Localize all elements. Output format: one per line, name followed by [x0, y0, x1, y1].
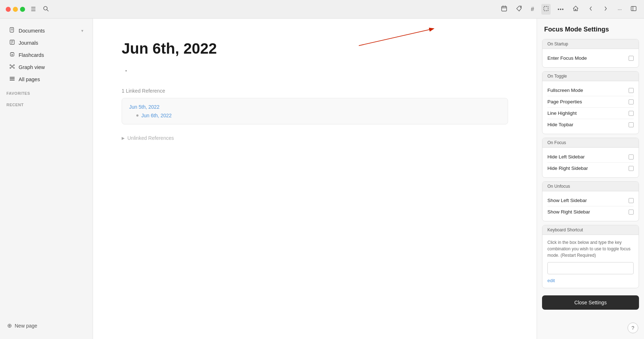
- arrow-annotation: [93, 19, 537, 339]
- fullscreen-mode-checkbox[interactable]: [629, 88, 634, 93]
- new-page-button[interactable]: ⊕ New page: [3, 319, 90, 332]
- home-button[interactable]: [571, 4, 580, 15]
- linked-references-section: 1 Linked Reference Jun 5th, 2022 Jun 6th…: [122, 88, 508, 124]
- line-highlight-row: Line Highlight: [547, 108, 634, 119]
- hide-left-sidebar-label: Hide Left Sidebar: [547, 154, 585, 159]
- search-button[interactable]: [42, 4, 50, 14]
- hide-left-sidebar-row: Hide Left Sidebar: [547, 151, 634, 162]
- line-highlight-label: Line Highlight: [547, 110, 577, 116]
- svg-point-20: [14, 65, 15, 66]
- sidebar-main-section: Documents ▾ Journals: [0, 23, 93, 87]
- on-unfocus-body: Show Left Sidebar Show Right Sidebar: [542, 191, 639, 221]
- on-toggle-group: On Toggle Fullscreen Mode Page Propertie…: [542, 71, 639, 134]
- enter-focus-mode-label: Enter Focus Mode: [547, 55, 587, 61]
- close-settings-button[interactable]: Close Settings: [542, 295, 639, 310]
- line-highlight-checkbox[interactable]: [629, 111, 634, 116]
- content-area: Jun 6th, 2022 • 1 Linked Reference Jun 5…: [93, 19, 537, 339]
- sidebar-item-journals[interactable]: Journals: [3, 37, 90, 49]
- journals-label: Journals: [19, 40, 38, 46]
- sidebar-bottom: ⊕ New page: [0, 316, 93, 335]
- hide-right-sidebar-label: Hide Right Sidebar: [547, 166, 588, 171]
- hide-left-sidebar-checkbox[interactable]: [629, 154, 634, 159]
- fullscreen-mode-label: Fullscreen Mode: [547, 88, 583, 93]
- keyboard-shortcut-edit-link[interactable]: edit: [547, 278, 555, 283]
- enter-focus-mode-row: Enter Focus Mode: [547, 53, 634, 64]
- unlinked-ref-title[interactable]: ▶ Unlinked References: [122, 135, 508, 141]
- sidebar-toggle-button[interactable]: [629, 4, 638, 15]
- keyboard-shortcut-input[interactable]: [547, 262, 634, 274]
- enter-focus-mode-checkbox[interactable]: [629, 56, 634, 61]
- svg-rect-2: [502, 6, 507, 11]
- svg-rect-27: [10, 77, 15, 78]
- hide-topbar-checkbox[interactable]: [629, 122, 634, 127]
- svg-point-6: [520, 6, 521, 8]
- sidebar-item-graph-view[interactable]: Graph view: [3, 61, 90, 73]
- show-left-sidebar-label: Show Left Sidebar: [547, 198, 587, 203]
- on-unfocus-group: On Unfocus Show Left Sidebar Show Right …: [542, 181, 639, 221]
- svg-rect-28: [10, 78, 15, 79]
- back-button[interactable]: [586, 4, 595, 15]
- svg-rect-8: [631, 6, 636, 11]
- settings-panel: Focus Mode Settings On Startup Enter Foc…: [537, 19, 644, 339]
- minimize-window-button[interactable]: [13, 7, 18, 12]
- unlinked-ref-label: Unlinked References: [127, 135, 174, 141]
- menu-toggle-button[interactable]: ☰: [29, 4, 37, 14]
- show-left-sidebar-checkbox[interactable]: [629, 198, 634, 203]
- svg-point-18: [11, 66, 13, 67]
- page-title: Jun 6th, 2022: [122, 40, 508, 57]
- titlebar: ☰ #: [0, 0, 644, 19]
- sidebar-item-all-pages[interactable]: All pages: [3, 73, 90, 85]
- hide-right-sidebar-checkbox[interactable]: [629, 166, 634, 171]
- svg-point-17: [12, 54, 13, 55]
- help-button[interactable]: ?: [628, 323, 638, 333]
- sidebar-item-documents[interactable]: Documents ▾: [3, 25, 90, 36]
- svg-point-19: [10, 65, 11, 66]
- hash-icon-button[interactable]: #: [530, 5, 536, 14]
- hide-topbar-row: Hide Topbar: [547, 119, 634, 130]
- keyboard-shortcut-group: Keyboard Shortcut Click in the box below…: [542, 225, 639, 288]
- flashcards-label: Flashcards: [19, 52, 44, 58]
- titlebar-right: # ••• ···: [499, 4, 638, 15]
- svg-line-26: [13, 67, 14, 68]
- show-right-sidebar-checkbox[interactable]: [629, 210, 634, 215]
- maximize-window-button[interactable]: [20, 7, 25, 12]
- keyboard-shortcut-description: Click in the box below and type the key …: [547, 239, 634, 259]
- linked-ref-sub: Jun 6th, 2022: [129, 113, 501, 118]
- ellipsis-button[interactable]: ···: [616, 5, 623, 14]
- documents-icon: [9, 27, 15, 34]
- documents-chevron: ▾: [81, 28, 83, 33]
- linked-ref-sub-text[interactable]: Jun 6th, 2022: [141, 113, 172, 118]
- linked-ref-card: Jun 5th, 2022 Jun 6th, 2022: [122, 98, 508, 124]
- sidebar-item-flashcards[interactable]: Flashcards: [3, 49, 90, 61]
- new-page-label: New page: [15, 323, 37, 329]
- on-unfocus-header: On Unfocus: [542, 182, 639, 191]
- fullscreen-mode-row: Fullscreen Mode: [547, 85, 634, 96]
- page-properties-label: Page Properties: [547, 99, 582, 104]
- forward-button[interactable]: [601, 4, 610, 15]
- favorites-header: FAVORITES: [0, 88, 93, 97]
- all-pages-label: All pages: [19, 77, 40, 82]
- linked-ref-item-title[interactable]: Jun 5th, 2022: [129, 104, 501, 110]
- close-window-button[interactable]: [6, 7, 11, 12]
- hide-right-sidebar-row: Hide Right Sidebar: [547, 163, 634, 174]
- svg-rect-7: [544, 6, 548, 11]
- main-layout: Documents ▾ Journals: [0, 19, 644, 339]
- calendar-icon-button[interactable]: [499, 4, 509, 15]
- tag-icon-button[interactable]: [514, 4, 524, 15]
- empty-bullet: •: [125, 68, 508, 74]
- on-focus-header: On Focus: [542, 138, 639, 148]
- focus-mode-button[interactable]: [541, 4, 551, 15]
- svg-point-21: [10, 68, 11, 69]
- hide-topbar-label: Hide Topbar: [547, 122, 574, 127]
- graph-view-icon: [9, 64, 15, 70]
- on-startup-header: On Startup: [542, 39, 639, 49]
- more-options-button[interactable]: •••: [556, 5, 566, 14]
- show-right-sidebar-label: Show Right Sidebar: [547, 209, 590, 215]
- flashcards-icon: [9, 51, 15, 58]
- linked-ref-sub-bullet: [136, 114, 138, 117]
- svg-line-1: [47, 10, 48, 11]
- on-focus-body: Hide Left Sidebar Hide Right Sidebar: [542, 148, 639, 177]
- show-left-sidebar-row: Show Left Sidebar: [547, 195, 634, 206]
- linked-references-title: 1 Linked Reference: [122, 88, 508, 94]
- page-properties-checkbox[interactable]: [629, 99, 634, 104]
